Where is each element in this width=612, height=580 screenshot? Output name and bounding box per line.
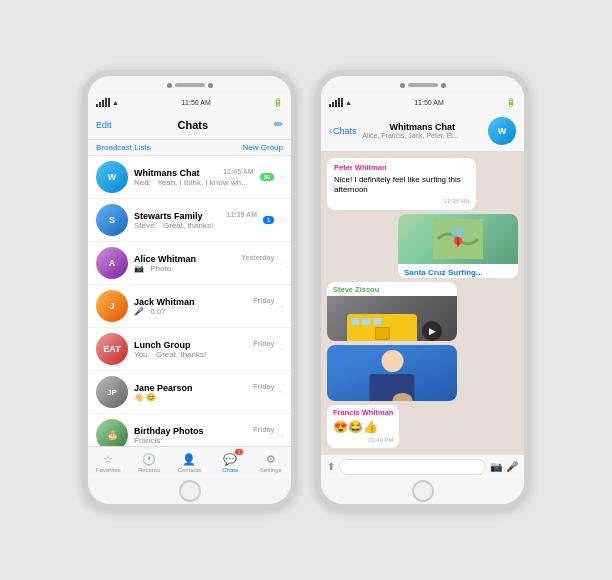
chat-preview-whitmans: Ned: Yeah, I think, I know wh... (134, 178, 254, 187)
input-up-icon[interactable]: ⬆ (327, 461, 335, 472)
back-button[interactable]: ‹ Chats (329, 126, 357, 136)
tab-contacts[interactable]: 👤 Contacts (169, 453, 210, 473)
chat-preview-jane: 👋 😊 (134, 393, 274, 402)
home-button-right[interactable] (412, 480, 434, 502)
new-group-button[interactable]: New Group (243, 143, 283, 152)
chat-item-jack[interactable]: J Jack Whitman Friday 🎤 0:07 › (88, 285, 291, 328)
left-phone: ▲ 11:50 AM 🔋 Edit Chats ✏ Broadcast List… (82, 70, 297, 510)
chat-item-whitmans[interactable]: W Whitmans Chat 11:45 AM Ned: Yeah, I th… (88, 156, 291, 199)
avatar-lunch: EAT (96, 333, 128, 365)
sender-peter: Peter Whitman (334, 163, 469, 173)
back-chevron-icon: ‹ (329, 126, 332, 136)
chat-info-birthday: Birthday Photos Friday Francis: (134, 426, 274, 445)
chat-name-jack: Jack Whitman Friday (134, 297, 274, 307)
tram-image: ▶ 11:45 AM (327, 296, 457, 341)
chevron-icon: › (280, 173, 283, 182)
chat-item-stewarts[interactable]: S Stewarts Family 11:39 AM Steve: Great,… (88, 199, 291, 242)
chat-item-lunch[interactable]: EAT Lunch Group Friday You: Great, thank… (88, 328, 291, 371)
chat-time-alice: Yesterday (241, 254, 274, 264)
tab-settings[interactable]: ⚙ Settings (250, 453, 291, 473)
sender-steve: Steve Zissou (327, 282, 457, 294)
message-emoji: Francis Whitman 😍😂👍 11:49 PM (327, 405, 399, 448)
chat-header-title: Whitmans Chat (361, 122, 484, 132)
tab-label-favorites: Favorites (96, 467, 121, 473)
chat-info-alice: Alice Whitman Yesterday 📷 Photo (134, 254, 274, 273)
settings-icon: ⚙ (266, 453, 276, 466)
chat-info-stewarts: Stewarts Family 11:39 AM Steve: Great, t… (134, 211, 257, 230)
chats-tab-badge-container: 💬 2 (223, 453, 237, 466)
tab-favorites[interactable]: ☆ Favorites (88, 453, 129, 473)
tab-chats[interactable]: 💬 2 Chats (210, 453, 251, 473)
map-preview (398, 214, 518, 264)
wifi-icon-r: ▲ (345, 99, 352, 106)
chat-header: ‹ Chats Whitmans Chat Alice, Francis, Ja… (321, 110, 524, 152)
sensor-dot (208, 83, 213, 88)
message-map[interactable]: Santa Cruz Surfing... 71 West Cliff Driv… (398, 214, 518, 278)
contacts-icon: 👤 (182, 453, 196, 466)
msg-time-peter: 11:38 AM (334, 198, 469, 206)
svg-rect-1 (451, 227, 465, 237)
signal-bars (96, 98, 110, 107)
avatar-jane: JP (96, 376, 128, 408)
avatar-stewarts: S (96, 204, 128, 236)
camera-dot (167, 83, 172, 88)
message-input[interactable] (339, 459, 486, 475)
chat-name-text: Whitmans Chat (134, 168, 200, 178)
chevron-icon: › (280, 302, 283, 311)
left-screen: ▲ 11:50 AM 🔋 Edit Chats ✏ Broadcast List… (88, 94, 291, 478)
chat-header-info: Whitmans Chat Alice, Francis, Jack, Pete… (361, 122, 484, 139)
chat-info-jane: Jane Pearson Friday 👋 😊 (134, 383, 274, 402)
message-photo[interactable]: 11:48 AM ✓✓ (327, 345, 457, 401)
phone-bottom-left (88, 478, 291, 504)
group-avatar[interactable]: W (488, 117, 516, 145)
status-bar-right: ▲ 11:50 AM 🔋 (321, 94, 524, 110)
map-svg (433, 219, 483, 259)
status-signals: ▲ (96, 98, 119, 107)
chat-item-birthday[interactable]: 🎂 Birthday Photos Friday Francis: › (88, 414, 291, 446)
chevron-icon: › (280, 431, 283, 440)
status-signals-r: ▲ (329, 98, 352, 107)
message-video[interactable]: Steve Zissou (327, 282, 457, 341)
chat-preview-jack: 🎤 0:07 (134, 307, 274, 316)
chat-item-jane[interactable]: JP Jane Pearson Friday 👋 😊 › (88, 371, 291, 414)
compose-icon[interactable]: ✏ (274, 118, 283, 131)
camera-input-icon[interactable]: 📷 (490, 461, 502, 472)
status-time-right: 11:50 AM (414, 99, 444, 106)
chat-name-stewarts: Stewarts Family 11:39 AM (134, 211, 257, 221)
tab-label-settings: Settings (260, 467, 282, 473)
chat-time-whitmans: 11:45 AM (223, 168, 253, 178)
battery-icon-r: 🔋 (506, 98, 516, 107)
badge-whitmans: 50 (260, 173, 275, 181)
map-info: Santa Cruz Surfing... 71 West Cliff Driv… (398, 264, 518, 278)
status-bar-left: ▲ 11:50 AM 🔋 (88, 94, 291, 110)
signal-bars-r (329, 98, 343, 107)
chat-preview-birthday: Francis: (134, 436, 274, 445)
chat-time-jane: Friday (253, 383, 274, 393)
input-bar: ⬆ 📷 🎤 (321, 454, 524, 478)
avatar-jack: J (96, 290, 128, 322)
wifi-icon: ▲ (112, 99, 119, 106)
battery-icon: 🔋 (273, 98, 283, 107)
status-time-left: 11:50 AM (181, 99, 211, 106)
chat-time-birthday: Friday (253, 426, 274, 436)
chat-info-whitmans: Whitmans Chat 11:45 AM Ned: Yeah, I thin… (134, 168, 254, 187)
tab-label-contacts: Contacts (178, 467, 202, 473)
broadcast-banner: Broadcast Lists New Group (88, 140, 291, 156)
phone-top-bar-right (321, 76, 524, 94)
mic-input-icon[interactable]: 🎤 (506, 461, 518, 472)
broadcast-label[interactable]: Broadcast Lists (96, 143, 151, 152)
chat-info-jack: Jack Whitman Friday 🎤 0:07 (134, 297, 274, 316)
badge-stewarts: 1 (263, 216, 274, 224)
avatar-whitmans: W (96, 161, 128, 193)
edit-button[interactable]: Edit (96, 120, 112, 130)
tab-recents[interactable]: 🕐 Recents (129, 453, 170, 473)
chat-item-alice[interactable]: A Alice Whitman Yesterday 📷 Photo › (88, 242, 291, 285)
chat-time-lunch: Friday (253, 340, 274, 350)
camera-dot-r (400, 83, 405, 88)
message-peter-text: Peter Whitman Nice! I definitely feel li… (327, 158, 476, 210)
play-button[interactable]: ▶ (422, 321, 442, 341)
chats-tab-badge: 2 (235, 449, 243, 455)
home-button-left[interactable] (179, 480, 201, 502)
tab-bar-left: ☆ Favorites 🕐 Recents 👤 Contacts 💬 2 Cha… (88, 446, 291, 478)
chat-preview-lunch: You: Great, thanks! (134, 350, 274, 359)
